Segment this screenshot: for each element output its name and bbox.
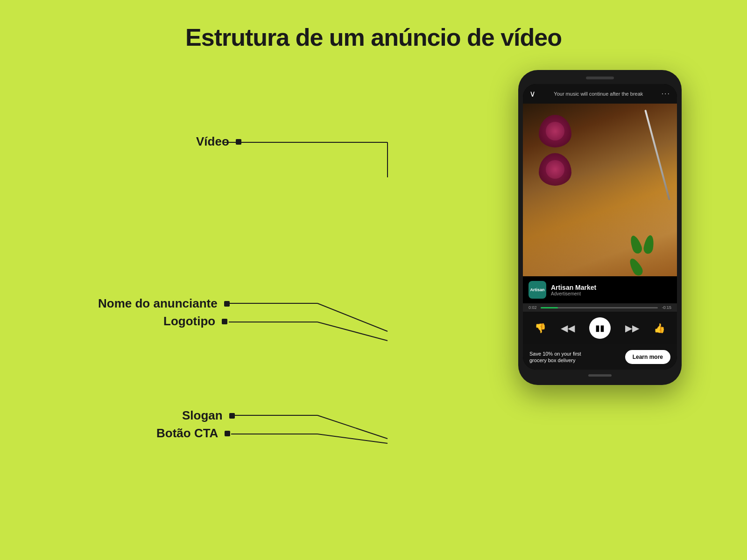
player-controls: 👎 ◀◀ ▮▮ ▶▶ 👍 bbox=[523, 312, 677, 344]
cta-slogan-text: Save 10% on your first grocery box deliv… bbox=[529, 350, 595, 364]
progress-bar-area: 0:02 -0:15 bbox=[523, 303, 677, 312]
leaf-1 bbox=[628, 234, 643, 255]
video-label: Vídeo bbox=[196, 134, 241, 149]
chevron-down-icon[interactable]: ∨ bbox=[529, 89, 536, 99]
app-topbar: ∨ Your music will continue after the bre… bbox=[523, 84, 677, 104]
time-remaining: -0:15 bbox=[662, 305, 671, 310]
svg-line-9 bbox=[317, 434, 388, 443]
advertiser-name-label: Nome do anunciante bbox=[98, 296, 230, 311]
page-title: Estrutura de um anúncio de vídeo bbox=[0, 0, 747, 51]
cta-label: Botão CTA bbox=[156, 426, 230, 441]
slogan-dot bbox=[229, 413, 235, 419]
phone-home-indicator bbox=[588, 374, 612, 377]
advertiser-name-text: Artisan Market bbox=[551, 284, 671, 291]
phone-notch bbox=[586, 77, 614, 79]
svg-line-5 bbox=[317, 322, 388, 341]
cta-bar: Save 10% on your first grocery box deliv… bbox=[523, 344, 677, 370]
logo-label: Logotipo bbox=[163, 314, 227, 329]
advertiser-info: Artisan Market Advertisement bbox=[551, 284, 671, 296]
cta-dot bbox=[225, 431, 230, 436]
leaf-2 bbox=[643, 235, 655, 255]
advertiser-subtitle: Advertisement bbox=[551, 291, 671, 296]
advertiser-dot bbox=[224, 301, 230, 307]
video-content bbox=[523, 104, 677, 276]
time-current: 0:02 bbox=[529, 305, 537, 310]
video-dot bbox=[236, 139, 241, 145]
phone-outer: ∨ Your music will continue after the bre… bbox=[518, 70, 682, 385]
advertiser-bar: Artisan Artisan Market Advertisement bbox=[523, 276, 677, 303]
progress-track[interactable] bbox=[541, 307, 658, 308]
svg-line-7 bbox=[317, 415, 388, 439]
content-area: Vídeo Nome do anunciante Logotipo Slogan… bbox=[0, 61, 747, 560]
video-onion-decoration bbox=[537, 113, 612, 174]
topbar-message: Your music will continue after the break bbox=[540, 91, 657, 97]
logo-dot bbox=[222, 319, 227, 324]
next-button[interactable]: ▶▶ bbox=[625, 322, 639, 334]
progress-fill bbox=[541, 307, 558, 308]
like-button[interactable]: 👍 bbox=[654, 322, 665, 334]
learn-more-button[interactable]: Learn more bbox=[625, 350, 670, 364]
slogan-label: Slogan bbox=[182, 408, 235, 423]
labels-area: Vídeo Nome do anunciante Logotipo Slogan… bbox=[37, 61, 280, 560]
pause-button[interactable]: ▮▮ bbox=[589, 317, 611, 339]
previous-button[interactable]: ◀◀ bbox=[561, 322, 575, 334]
svg-line-3 bbox=[317, 303, 388, 331]
advertiser-logo: Artisan bbox=[529, 281, 546, 299]
dislike-button[interactable]: 👎 bbox=[535, 322, 546, 334]
logo-text: Artisan bbox=[530, 287, 544, 292]
greens-decoration bbox=[630, 234, 668, 262]
more-options-icon[interactable]: ··· bbox=[662, 90, 670, 98]
phone-screen: ∨ Your music will continue after the bre… bbox=[523, 84, 677, 370]
phone-mockup: ∨ Your music will continue after the bre… bbox=[518, 70, 682, 385]
onion-half-1 bbox=[539, 115, 571, 147]
